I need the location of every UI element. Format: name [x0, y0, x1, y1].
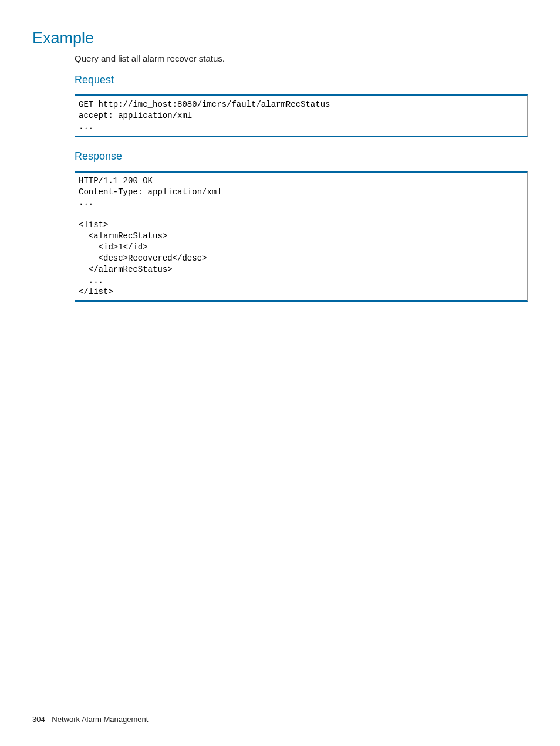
page-footer: 304 Network Alarm Management [32, 715, 148, 724]
heading-request: Request [75, 74, 528, 86]
request-code-block: GET http://imc_host:8080/imcrs/fault/ala… [75, 94, 528, 137]
page-content: Example Query and list all alarm recover… [0, 0, 560, 302]
example-description: Query and list all alarm recover status. [75, 53, 528, 63]
footer-section: Network Alarm Management [52, 715, 148, 724]
response-code-block: HTTP/1.1 200 OK Content-Type: applicatio… [75, 171, 528, 302]
page-number: 304 [32, 715, 45, 724]
heading-example: Example [32, 29, 528, 48]
heading-response: Response [75, 150, 528, 163]
